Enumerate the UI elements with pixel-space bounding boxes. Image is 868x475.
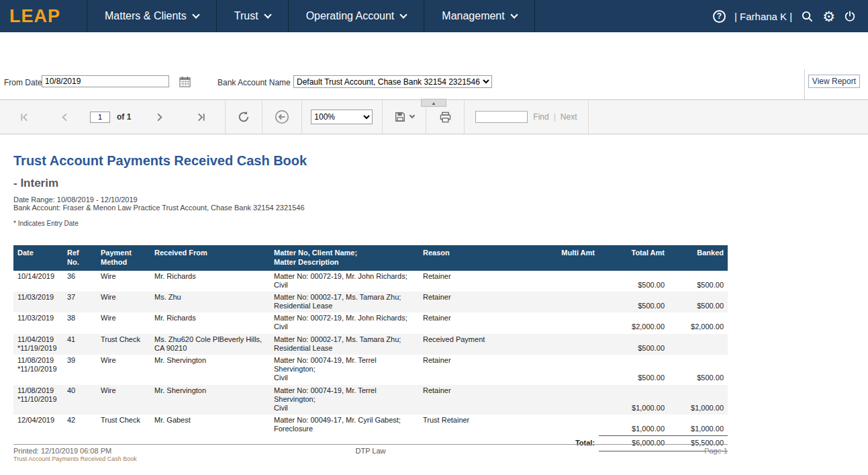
cell-matter: Matter No: 00002-17, Ms. Tamara Zhu; Res… <box>270 334 419 355</box>
power-icon[interactable] <box>844 10 856 22</box>
find-button[interactable]: Find <box>533 112 548 122</box>
zoom-select[interactable]: 100% <box>311 110 373 124</box>
nav-trust[interactable]: Trust <box>217 0 289 32</box>
find-next-divider: | <box>554 112 556 122</box>
cell-total-amt: $1,000.00 <box>599 415 669 435</box>
cell-total-amt: $2,000.00 <box>599 312 669 333</box>
nav-trust-label: Trust <box>234 10 258 22</box>
cell-date: 10/14/2019 <box>13 271 63 292</box>
cell-ref-no: 37 <box>63 292 97 312</box>
search-icon[interactable] <box>801 10 814 23</box>
table-row: 11/08/2019 *11/10/2019 40 Wire Mr. Sherv… <box>13 385 728 415</box>
from-date-input[interactable] <box>42 75 169 87</box>
cell-ref-no: 41 <box>63 334 97 355</box>
header-ref-no: Ref No. <box>63 245 97 271</box>
toolbar-separator <box>301 100 302 134</box>
leap-logo[interactable]: LEAP <box>0 0 87 32</box>
cell-received-from: Mr. Richards <box>150 271 270 292</box>
chevron-down-icon <box>510 11 518 18</box>
page-number-input[interactable] <box>90 112 110 123</box>
report-entry-date-note: * Indicates Entry Date <box>13 220 79 227</box>
cell-matter: Matter No: 00074-19, Mr. Terrel Sherving… <box>270 385 419 415</box>
toolbar-separator <box>464 100 465 134</box>
cell-reason: Retainer <box>419 312 537 333</box>
cell-payment-method: Wire <box>97 312 150 333</box>
cell-ref-no: 40 <box>63 385 97 415</box>
cell-banked: $500.00 <box>669 271 728 292</box>
cell-banked: $500.00 <box>669 355 728 385</box>
cell-ref-no: 36 <box>63 271 97 292</box>
panel-collapse-handle[interactable]: ▲ <box>421 99 446 107</box>
find-next-button[interactable]: Next <box>561 112 577 122</box>
cell-multi-amt <box>537 292 599 312</box>
cell-reason: Retainer <box>419 271 537 292</box>
footer-divider <box>13 444 728 445</box>
nav-operating-account-label: Operating Account <box>306 10 395 22</box>
table-row: 12/04/2019 42 Trust Check Mr. Gabest Mat… <box>13 415 728 435</box>
cell-date: 12/04/2019 <box>13 415 63 435</box>
nav-matters-clients[interactable]: Matters & Clients <box>87 0 217 32</box>
cell-matter: Matter No: 00049-17, Mr. Cyril Gabest; F… <box>270 415 419 435</box>
cell-payment-method: Wire <box>97 271 150 292</box>
cell-multi-amt <box>537 355 599 385</box>
report-table-body: 10/14/2019 36 Wire Mr. Richards Matter N… <box>13 271 728 436</box>
cell-payment-method: Wire <box>97 355 150 385</box>
cell-total-amt: $500.00 <box>599 292 669 312</box>
cell-reason: Received Payment <box>419 334 537 355</box>
cell-received-from: Ms. Zhu <box>150 292 270 312</box>
table-row: 11/03/2019 38 Wire Mr. Richards Matter N… <box>13 312 728 333</box>
cell-matter: Matter No: 00072-19, Mr. John Richards; … <box>270 312 419 333</box>
cell-banked: $1,000.00 <box>669 415 728 435</box>
footer-page-number: Page 1 <box>13 447 728 455</box>
cell-multi-amt <box>537 334 599 355</box>
help-icon[interactable]: ? <box>713 10 726 23</box>
cell-date: 11/08/2019 *11/10/2019 <box>13 385 63 415</box>
view-report-button[interactable]: View Report <box>808 75 860 88</box>
refresh-button[interactable] <box>226 110 262 124</box>
header-reason: Reason <box>419 245 537 271</box>
chevron-down-icon <box>409 113 415 118</box>
cell-received-from: Mr. Richards <box>150 312 270 333</box>
header-payment-method: Payment Method <box>97 245 150 271</box>
bank-account-select[interactable]: Default Trust Account, Chase Bank 32154 … <box>293 75 492 88</box>
cell-ref-no: 38 <box>63 312 97 333</box>
cell-received-from: Mr. Shervington <box>150 355 270 385</box>
report-table: Date Ref No. Payment Method Received Fro… <box>13 245 728 451</box>
back-to-parent-button[interactable] <box>262 110 301 124</box>
cell-total-amt: $500.00 <box>599 271 669 292</box>
nav-operating-account[interactable]: Operating Account <box>289 0 425 32</box>
first-page-button[interactable] <box>9 112 39 122</box>
user-name: | Farhana K | <box>734 11 792 22</box>
cell-multi-amt <box>537 415 599 435</box>
cell-matter: Matter No: 00074-19, Mr. Terrel Sherving… <box>270 355 419 385</box>
toolbar-separator <box>588 100 589 134</box>
from-date-calendar-icon[interactable] <box>178 75 191 89</box>
nav-matters-clients-label: Matters & Clients <box>105 10 187 22</box>
find-text-input[interactable] <box>475 111 528 123</box>
cell-banked: $2,000.00 <box>669 312 728 333</box>
cell-received-from: Mr. Shervington <box>150 385 270 415</box>
report-bank-account: Bank Account: Fraser & Menon Law Practic… <box>13 204 305 212</box>
top-nav: LEAP Matters & Clients Trust Operating A… <box>0 0 868 32</box>
chevron-down-icon <box>264 11 271 18</box>
print-button[interactable] <box>426 111 464 124</box>
cell-multi-amt <box>537 385 599 415</box>
cell-reason: Retainer <box>419 355 537 385</box>
from-date-label: From Date <box>4 78 42 87</box>
cell-total-amt: $1,000.00 <box>599 385 669 415</box>
cell-date: 11/03/2019 <box>13 312 63 333</box>
cell-multi-amt <box>537 312 599 333</box>
cell-matter: Matter No: 00072-19, Mr. John Richards; … <box>270 271 419 292</box>
cell-payment-method: Trust Check <box>97 334 150 355</box>
header-date: Date <box>13 245 63 271</box>
gear-icon[interactable]: ⚙ <box>822 9 835 24</box>
last-page-button[interactable] <box>186 112 215 122</box>
cell-received-from: Ms. Zhu620 Cole PlBeverly Hills, CA 9021… <box>150 334 270 355</box>
report-viewer: Trust Account Payments Received Cash Boo… <box>0 134 868 475</box>
cell-ref-no: 39 <box>63 355 97 385</box>
previous-page-button[interactable] <box>51 112 78 122</box>
export-save-button[interactable] <box>383 111 426 123</box>
nav-management[interactable]: Management <box>424 0 534 32</box>
next-page-button[interactable] <box>146 112 173 122</box>
cell-payment-method: Wire <box>97 292 150 312</box>
